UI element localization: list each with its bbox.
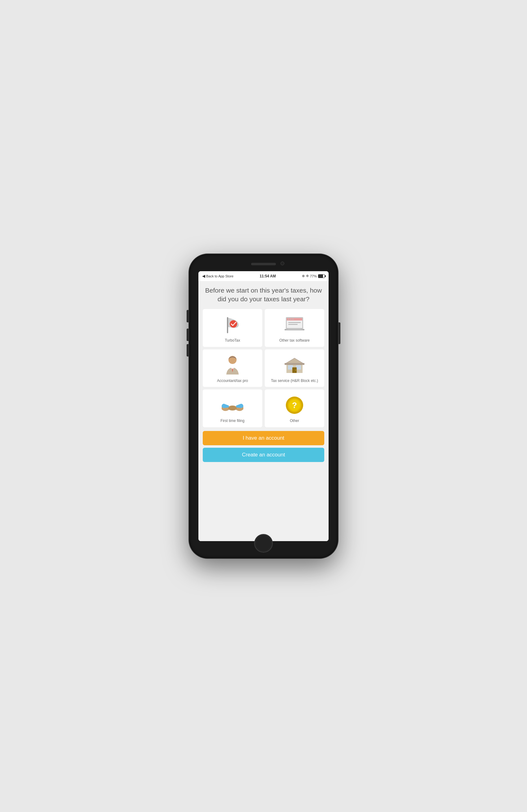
phone-camera [281, 262, 284, 265]
options-grid: TurboTax [203, 309, 324, 427]
other-icon: ? [282, 394, 307, 416]
svg-point-6 [290, 319, 291, 320]
accountant-label: Accountant/tax pro [217, 379, 248, 383]
first-time-label: First time filing [221, 419, 244, 423]
other-tax-software-icon [282, 314, 307, 336]
tax-service-icon [282, 354, 307, 376]
bluetooth-icon: ✲ [306, 274, 309, 278]
svg-rect-13 [285, 363, 304, 365]
option-accountant[interactable]: Accountant/tax pro [203, 349, 262, 387]
phone-wrapper: ◀ Back to App Store 11:54 AM ⊕ ✲ 77% Bef… [183, 249, 344, 563]
location-icon: ⊕ [302, 274, 305, 278]
svg-rect-15 [296, 365, 301, 369]
screen-content: Before we start on this year's taxes, ho… [198, 281, 329, 541]
back-arrow-icon: ◀ [202, 274, 205, 278]
question-text: Before we start on this year's taxes, ho… [203, 286, 324, 304]
have-account-button[interactable]: I have an account [203, 431, 324, 445]
option-other[interactable]: ? Other [265, 389, 324, 427]
accountant-icon [220, 354, 245, 376]
svg-rect-8 [288, 322, 301, 323]
svg-point-1 [230, 320, 237, 328]
create-account-button[interactable]: Create an account [203, 448, 324, 462]
svg-rect-0 [227, 317, 228, 333]
battery-fill [318, 275, 323, 278]
option-first-time[interactable]: First time filing [203, 389, 262, 427]
phone-speaker [251, 263, 276, 265]
status-time: 11:54 AM [259, 274, 275, 278]
battery-percent: 77% [310, 274, 317, 278]
svg-point-5 [288, 319, 289, 320]
status-right: ⊕ ✲ 77% [302, 274, 325, 278]
tax-service-label: Tax service (H&R Block etc.) [271, 379, 318, 383]
svg-point-7 [292, 319, 293, 320]
phone-body: ◀ Back to App Store 11:54 AM ⊕ ✲ 77% Bef… [189, 254, 338, 558]
buttons-area: I have an account Create an account [203, 431, 324, 464]
svg-point-17 [296, 369, 296, 371]
svg-rect-14 [288, 365, 293, 369]
svg-rect-9 [288, 324, 298, 325]
option-tax-service[interactable]: Tax service (H&R Block etc.) [265, 349, 324, 387]
phone-screen: ◀ Back to App Store 11:54 AM ⊕ ✲ 77% Bef… [198, 271, 329, 541]
status-back[interactable]: ◀ Back to App Store [202, 274, 234, 278]
svg-point-18 [228, 406, 237, 410]
other-label: Other [290, 419, 299, 423]
battery-icon [318, 274, 325, 278]
status-bar: ◀ Back to App Store 11:54 AM ⊕ ✲ 77% [198, 271, 329, 281]
svg-text:?: ? [292, 401, 297, 410]
option-turbotax[interactable]: TurboTax [203, 309, 262, 347]
option-other-tax-software[interactable]: Other tax software [265, 309, 324, 347]
other-tax-software-label: Other tax software [279, 338, 310, 343]
first-time-icon [220, 394, 245, 416]
home-button[interactable] [254, 534, 273, 553]
turbotax-icon [220, 314, 245, 336]
back-label: Back to App Store [206, 274, 234, 278]
turbotax-label: TurboTax [225, 338, 240, 343]
